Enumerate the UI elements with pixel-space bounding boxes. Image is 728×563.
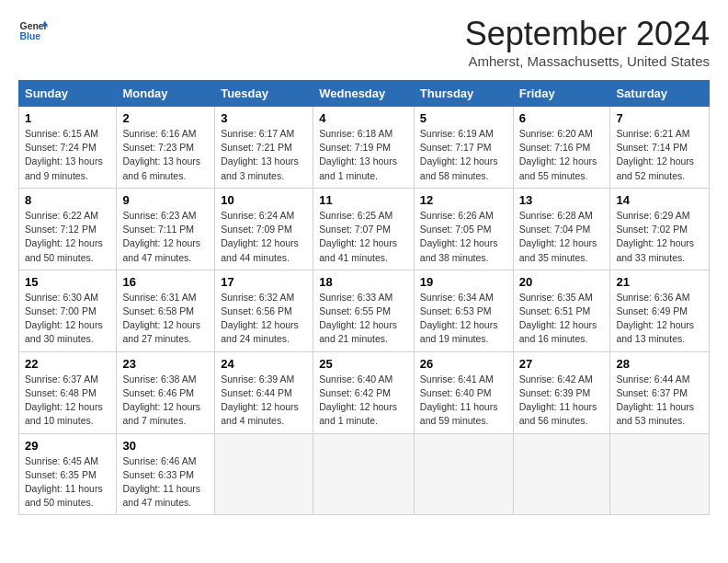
col-header-tuesday: Tuesday: [215, 81, 313, 107]
day-info: Sunrise: 6:40 AMSunset: 6:42 PMDaylight:…: [319, 373, 397, 427]
day-number: 23: [122, 357, 209, 371]
col-header-monday: Monday: [117, 81, 215, 107]
calendar-cell: 18Sunrise: 6:33 AMSunset: 6:55 PMDayligh…: [313, 270, 415, 351]
day-number: 15: [25, 275, 110, 289]
calendar-week-2: 8Sunrise: 6:22 AMSunset: 7:12 PMDaylight…: [19, 188, 710, 270]
calendar-cell: [513, 433, 610, 515]
day-number: 24: [221, 357, 307, 371]
day-number: 21: [616, 275, 703, 289]
calendar-week-4: 22Sunrise: 6:37 AMSunset: 6:48 PMDayligh…: [19, 351, 710, 433]
day-info: Sunrise: 6:24 AMSunset: 7:09 PMDaylight:…: [221, 210, 299, 263]
calendar-cell: 21Sunrise: 6:36 AMSunset: 6:49 PMDayligh…: [610, 270, 710, 351]
day-info: Sunrise: 6:18 AMSunset: 7:19 PMDaylight:…: [319, 128, 397, 181]
calendar-cell: 14Sunrise: 6:29 AMSunset: 7:02 PMDayligh…: [610, 188, 710, 270]
day-number: 28: [616, 357, 703, 371]
calendar-header-row: SundayMondayTuesdayWednesdayThursdayFrid…: [19, 81, 710, 107]
calendar-table: SundayMondayTuesdayWednesdayThursdayFrid…: [18, 80, 710, 515]
day-info: Sunrise: 6:23 AMSunset: 7:11 PMDaylight:…: [122, 210, 200, 263]
page-header: General Blue September 2024 Amherst, Mas…: [18, 15, 710, 69]
col-header-thursday: Thursday: [414, 81, 513, 107]
day-number: 19: [420, 275, 507, 289]
day-number: 26: [420, 357, 507, 371]
calendar-cell: 27Sunrise: 6:42 AMSunset: 6:39 PMDayligh…: [513, 351, 610, 433]
location-subtitle: Amherst, Massachusetts, United States: [465, 53, 710, 69]
day-number: 30: [122, 439, 209, 453]
calendar-cell: [610, 433, 710, 515]
calendar-cell: 7Sunrise: 6:21 AMSunset: 7:14 PMDaylight…: [610, 107, 710, 189]
day-number: 6: [519, 111, 605, 125]
day-info: Sunrise: 6:21 AMSunset: 7:14 PMDaylight:…: [616, 128, 694, 181]
day-info: Sunrise: 6:34 AMSunset: 6:53 PMDaylight:…: [420, 292, 498, 345]
day-info: Sunrise: 6:29 AMSunset: 7:02 PMDaylight:…: [616, 210, 694, 263]
calendar-cell: 23Sunrise: 6:38 AMSunset: 6:46 PMDayligh…: [117, 351, 215, 433]
day-number: 22: [25, 357, 110, 371]
calendar-body: 1Sunrise: 6:15 AMSunset: 7:24 PMDaylight…: [19, 107, 710, 515]
calendar-cell: 13Sunrise: 6:28 AMSunset: 7:04 PMDayligh…: [513, 188, 610, 270]
calendar-cell: 20Sunrise: 6:35 AMSunset: 6:51 PMDayligh…: [513, 270, 610, 351]
calendar-cell: [313, 433, 415, 515]
calendar-cell: 9Sunrise: 6:23 AMSunset: 7:11 PMDaylight…: [117, 188, 215, 270]
day-info: Sunrise: 6:44 AMSunset: 6:37 PMDaylight:…: [616, 373, 694, 427]
calendar-cell: [414, 433, 513, 515]
svg-text:Blue: Blue: [20, 31, 41, 41]
day-info: Sunrise: 6:36 AMSunset: 6:49 PMDaylight:…: [616, 292, 694, 345]
day-info: Sunrise: 6:33 AMSunset: 6:55 PMDaylight:…: [319, 292, 397, 345]
calendar-cell: 8Sunrise: 6:22 AMSunset: 7:12 PMDaylight…: [19, 188, 117, 270]
day-info: Sunrise: 6:30 AMSunset: 7:00 PMDaylight:…: [25, 292, 103, 345]
col-header-saturday: Saturday: [610, 81, 710, 107]
col-header-wednesday: Wednesday: [313, 81, 415, 107]
calendar-cell: 24Sunrise: 6:39 AMSunset: 6:44 PMDayligh…: [215, 351, 313, 433]
calendar-cell: 22Sunrise: 6:37 AMSunset: 6:48 PMDayligh…: [19, 351, 117, 433]
day-number: 7: [616, 111, 703, 125]
calendar-cell: 10Sunrise: 6:24 AMSunset: 7:09 PMDayligh…: [215, 188, 313, 270]
day-number: 12: [420, 193, 507, 207]
day-number: 16: [122, 275, 209, 289]
calendar-cell: 5Sunrise: 6:19 AMSunset: 7:17 PMDaylight…: [414, 107, 513, 189]
day-info: Sunrise: 6:31 AMSunset: 6:58 PMDaylight:…: [122, 292, 200, 345]
calendar-cell: 1Sunrise: 6:15 AMSunset: 7:24 PMDaylight…: [19, 107, 117, 189]
calendar-cell: 16Sunrise: 6:31 AMSunset: 6:58 PMDayligh…: [117, 270, 215, 351]
day-number: 1: [25, 111, 110, 125]
calendar-cell: 25Sunrise: 6:40 AMSunset: 6:42 PMDayligh…: [313, 351, 415, 433]
day-number: 8: [25, 193, 110, 207]
calendar-week-1: 1Sunrise: 6:15 AMSunset: 7:24 PMDaylight…: [19, 107, 710, 189]
day-info: Sunrise: 6:45 AMSunset: 6:35 PMDaylight:…: [25, 455, 103, 509]
day-info: Sunrise: 6:16 AMSunset: 7:23 PMDaylight:…: [122, 128, 200, 181]
day-info: Sunrise: 6:42 AMSunset: 6:39 PMDaylight:…: [519, 373, 597, 427]
day-info: Sunrise: 6:37 AMSunset: 6:48 PMDaylight:…: [25, 373, 103, 427]
day-number: 11: [319, 193, 408, 207]
calendar-cell: 17Sunrise: 6:32 AMSunset: 6:56 PMDayligh…: [215, 270, 313, 351]
col-header-sunday: Sunday: [19, 81, 117, 107]
day-info: Sunrise: 6:22 AMSunset: 7:12 PMDaylight:…: [25, 210, 103, 263]
day-number: 27: [519, 357, 605, 371]
day-number: 5: [420, 111, 507, 125]
calendar-week-5: 29Sunrise: 6:45 AMSunset: 6:35 PMDayligh…: [19, 433, 710, 515]
month-title: September 2024: [465, 15, 710, 53]
day-number: 3: [221, 111, 307, 125]
calendar-cell: 12Sunrise: 6:26 AMSunset: 7:05 PMDayligh…: [414, 188, 513, 270]
calendar-week-3: 15Sunrise: 6:30 AMSunset: 7:00 PMDayligh…: [19, 270, 710, 351]
calendar-cell: 30Sunrise: 6:46 AMSunset: 6:33 PMDayligh…: [117, 433, 215, 515]
calendar-cell: 3Sunrise: 6:17 AMSunset: 7:21 PMDaylight…: [215, 107, 313, 189]
day-info: Sunrise: 6:15 AMSunset: 7:24 PMDaylight:…: [25, 128, 103, 181]
day-number: 2: [122, 111, 209, 125]
calendar-cell: 26Sunrise: 6:41 AMSunset: 6:40 PMDayligh…: [414, 351, 513, 433]
day-info: Sunrise: 6:38 AMSunset: 6:46 PMDaylight:…: [122, 373, 200, 427]
day-info: Sunrise: 6:17 AMSunset: 7:21 PMDaylight:…: [221, 128, 299, 181]
calendar-cell: 4Sunrise: 6:18 AMSunset: 7:19 PMDaylight…: [313, 107, 415, 189]
day-number: 25: [319, 357, 408, 371]
calendar-cell: 2Sunrise: 6:16 AMSunset: 7:23 PMDaylight…: [117, 107, 215, 189]
logo-icon: General Blue: [18, 15, 48, 44]
day-info: Sunrise: 6:19 AMSunset: 7:17 PMDaylight:…: [420, 128, 498, 181]
day-number: 4: [319, 111, 408, 125]
col-header-friday: Friday: [513, 81, 610, 107]
day-info: Sunrise: 6:46 AMSunset: 6:33 PMDaylight:…: [122, 455, 200, 509]
day-number: 20: [519, 275, 605, 289]
calendar-cell: 15Sunrise: 6:30 AMSunset: 7:00 PMDayligh…: [19, 270, 117, 351]
day-number: 18: [319, 275, 408, 289]
day-number: 13: [519, 193, 605, 207]
calendar-cell: 11Sunrise: 6:25 AMSunset: 7:07 PMDayligh…: [313, 188, 415, 270]
title-block: September 2024 Amherst, Massachusetts, U…: [465, 15, 710, 69]
day-number: 10: [221, 193, 307, 207]
day-info: Sunrise: 6:28 AMSunset: 7:04 PMDaylight:…: [519, 210, 597, 263]
